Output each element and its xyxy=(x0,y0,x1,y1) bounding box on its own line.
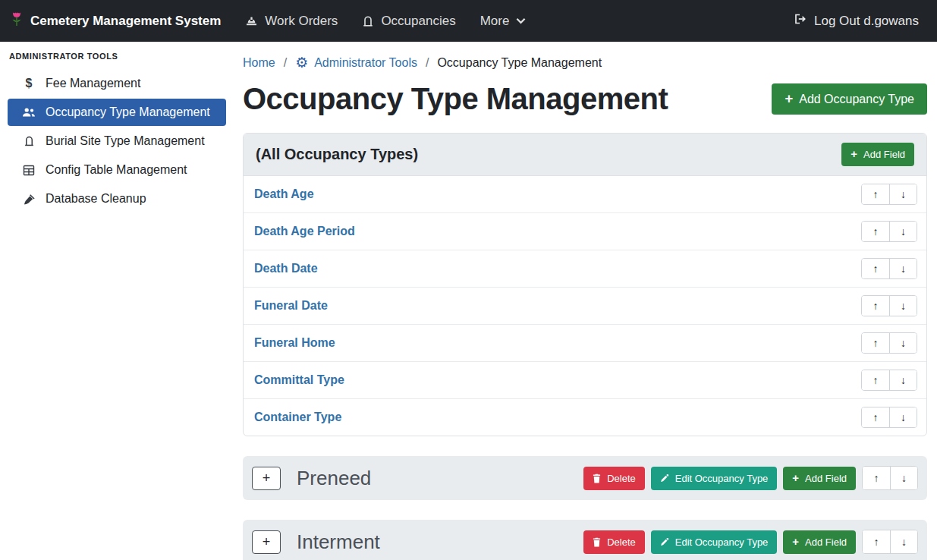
add-field-button[interactable]: + Add Field xyxy=(783,467,856,490)
reorder-button-group: ↑ ↓ xyxy=(862,530,918,554)
expand-button[interactable]: + xyxy=(252,467,281,490)
move-down-button[interactable]: ↓ xyxy=(889,407,917,427)
brand-title: Cemetery Management System xyxy=(30,14,221,29)
reorder-button-group: ↑ ↓ xyxy=(861,370,917,391)
move-up-button[interactable]: ↑ xyxy=(863,467,890,489)
move-down-button[interactable]: ↓ xyxy=(889,184,917,204)
move-up-button[interactable]: ↑ xyxy=(862,333,889,353)
users-icon xyxy=(21,107,36,118)
occupancy-type-name: Preneed xyxy=(297,467,371,490)
reorder-button-group: ↑ ↓ xyxy=(862,466,918,490)
add-field-button[interactable]: + Add Field xyxy=(783,530,856,554)
move-up-button[interactable]: ↑ xyxy=(863,530,890,553)
field-link[interactable]: Death Age Period xyxy=(254,225,355,238)
top-navbar: Cemetery Management System Work Orders xyxy=(0,0,937,42)
move-up-button[interactable]: ↑ xyxy=(862,296,889,316)
nav-label: Work Orders xyxy=(265,14,338,29)
field-row: Death Date ↑ ↓ xyxy=(244,250,926,287)
move-down-button[interactable]: ↓ xyxy=(889,222,917,241)
all-occupancy-types-card: (All Occupancy Types) + Add Field Death … xyxy=(243,133,927,436)
field-row: Container Type ↑ ↓ xyxy=(244,398,926,436)
move-down-button[interactable]: ↓ xyxy=(889,296,917,316)
breadcrumb-admin-label: Administrator Tools xyxy=(314,56,417,70)
field-link[interactable]: Death Age xyxy=(254,187,314,201)
delete-label: Delete xyxy=(607,473,636,484)
add-occupancy-type-button[interactable]: + Add Occupancy Type xyxy=(772,83,927,114)
breadcrumb-separator: / xyxy=(426,56,429,70)
broom-icon xyxy=(21,193,36,205)
field-link[interactable]: Committal Type xyxy=(254,373,344,387)
sidebar-item-label: Config Table Management xyxy=(46,163,187,177)
field-row: Funeral Date ↑ ↓ xyxy=(244,287,926,324)
move-down-button[interactable]: ↓ xyxy=(890,467,917,489)
field-row: Funeral Home ↑ ↓ xyxy=(244,324,926,361)
nav-label: Occupancies xyxy=(381,14,455,29)
move-down-button[interactable]: ↓ xyxy=(889,259,917,278)
breadcrumb: Home / ⚙ Administrator Tools / Occupancy… xyxy=(243,55,927,70)
reorder-button-group: ↑ ↓ xyxy=(861,221,917,242)
main-content: Home / ⚙ Administrator Tools / Occupancy… xyxy=(234,42,937,560)
field-link[interactable]: Death Date xyxy=(254,262,318,275)
tombstone-icon xyxy=(21,135,36,147)
move-down-button[interactable]: ↓ xyxy=(889,370,917,390)
edit-label: Edit Occupancy Type xyxy=(675,536,769,548)
sidebar-item-occupancy-type-management[interactable]: Occupancy Type Management xyxy=(8,99,226,126)
nav-work-orders[interactable]: Work Orders xyxy=(245,14,338,29)
sidebar-item-database-cleanup[interactable]: Database Cleanup xyxy=(8,185,226,212)
field-row: Death Age Period ↑ ↓ xyxy=(244,212,926,250)
field-link[interactable]: Funeral Date xyxy=(254,299,328,313)
plus-icon: + xyxy=(785,92,793,105)
edit-occupancy-type-button[interactable]: Edit Occupancy Type xyxy=(651,530,778,554)
sidebar-item-burial-site-type-management[interactable]: Burial Site Type Management xyxy=(8,127,226,155)
navbar-links: Work Orders Occupancies More xyxy=(245,14,526,29)
sidebar-item-label: Fee Management xyxy=(46,77,140,90)
breadcrumb-home-link[interactable]: Home xyxy=(243,56,275,70)
tombstone-icon xyxy=(362,15,374,27)
breadcrumb-separator: / xyxy=(284,56,287,70)
sidebar: ADMINISTRATOR TOOLS $ Fee Management Occ… xyxy=(0,42,234,560)
page-title: Occupancy Type Management xyxy=(243,82,668,116)
nav-label: More xyxy=(480,14,510,29)
plus-icon: + xyxy=(792,536,799,548)
occupancy-type-name: Interment xyxy=(297,530,380,554)
hard-hat-icon xyxy=(245,15,258,27)
plus-icon: + xyxy=(792,473,799,484)
nav-more[interactable]: More xyxy=(480,14,527,29)
edit-occupancy-type-button[interactable]: Edit Occupancy Type xyxy=(651,467,778,490)
move-up-button[interactable]: ↑ xyxy=(862,370,889,390)
breadcrumb-current: Occupancy Type Management xyxy=(437,56,602,70)
add-field-label: Add Field xyxy=(805,473,847,484)
sidebar-item-config-table-management[interactable]: Config Table Management xyxy=(8,156,226,184)
tulip-logo-icon xyxy=(11,11,23,30)
move-up-button[interactable]: ↑ xyxy=(862,407,889,427)
add-field-label: Add Field xyxy=(805,536,847,548)
move-up-button[interactable]: ↑ xyxy=(862,222,889,241)
field-link[interactable]: Funeral Home xyxy=(254,336,335,350)
occupancy-type-section-preneed: + Preneed Delete xyxy=(243,456,927,500)
trash-icon xyxy=(593,537,601,547)
logout-button[interactable]: Log Out d.gowans xyxy=(794,13,919,29)
move-up-button[interactable]: ↑ xyxy=(862,259,889,278)
expand-button[interactable]: + xyxy=(252,530,281,554)
move-down-button[interactable]: ↓ xyxy=(890,530,917,553)
field-row: Committal Type ↑ ↓ xyxy=(244,361,926,398)
breadcrumb-admin-tools-link[interactable]: ⚙ Administrator Tools xyxy=(295,55,417,70)
move-up-button[interactable]: ↑ xyxy=(862,184,889,204)
add-field-label: Add Field xyxy=(863,149,905,160)
card-header: (All Occupancy Types) + Add Field xyxy=(244,134,926,176)
delete-button[interactable]: Delete xyxy=(583,530,645,554)
delete-button[interactable]: Delete xyxy=(583,467,645,490)
nav-occupancies[interactable]: Occupancies xyxy=(362,14,455,29)
reorder-button-group: ↑ ↓ xyxy=(861,295,917,316)
card-title: (All Occupancy Types) xyxy=(256,146,418,163)
field-link[interactable]: Container Type xyxy=(254,411,341,424)
reorder-button-group: ↑ ↓ xyxy=(861,332,917,354)
reorder-button-group: ↑ ↓ xyxy=(861,184,917,205)
brand[interactable]: Cemetery Management System xyxy=(11,11,221,30)
add-field-button[interactable]: + Add Field xyxy=(841,143,914,166)
reorder-button-group: ↑ ↓ xyxy=(861,258,917,279)
reorder-button-group: ↑ ↓ xyxy=(861,407,917,428)
edit-label: Edit Occupancy Type xyxy=(675,473,769,484)
move-down-button[interactable]: ↓ xyxy=(889,333,917,353)
sidebar-item-fee-management[interactable]: $ Fee Management xyxy=(8,70,226,97)
